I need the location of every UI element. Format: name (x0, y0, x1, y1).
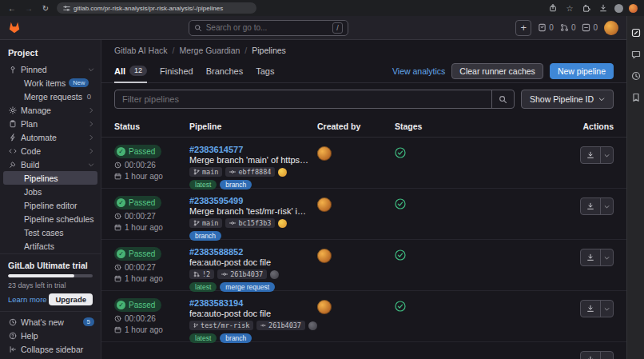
commit-author-avatar[interactable] (278, 168, 287, 177)
todos-counter[interactable]: 0 (582, 23, 598, 32)
back-icon[interactable]: ← (6, 2, 18, 14)
creator-avatar[interactable] (317, 146, 332, 161)
download-artifacts-button[interactable] (580, 351, 614, 359)
global-search-input[interactable]: Search or go to... / (189, 20, 348, 36)
sidebar-item-pipeline-schedules[interactable]: Pipeline schedules (3, 212, 97, 225)
sidebar-item-merge-requests[interactable]: Merge requests 0 (3, 90, 97, 103)
gitlab-logo-icon[interactable] (8, 22, 21, 34)
help-item[interactable]: Help (0, 329, 101, 342)
share-icon[interactable] (547, 2, 559, 14)
stage-passed-icon[interactable] (395, 249, 406, 261)
extension-avatar[interactable] (614, 4, 623, 13)
whats-new-item[interactable]: What's new 5 (0, 315, 101, 329)
sidebar-section-automate[interactable]: Automate (0, 130, 101, 144)
upgrade-button[interactable]: Upgrade (49, 293, 93, 305)
panel-compose-icon[interactable] (630, 27, 642, 38)
sidebar-item-jobs[interactable]: Jobs (3, 185, 97, 198)
view-analytics-link[interactable]: View analytics (392, 66, 445, 76)
pipeline-id-link[interactable]: #2383595499 (189, 196, 317, 205)
sidebar-item-artifacts[interactable]: Artifacts (3, 239, 97, 253)
tab-branches[interactable]: Branches (206, 59, 243, 83)
download-icon[interactable] (581, 147, 600, 163)
download-icon[interactable] (581, 352, 600, 359)
creator-avatar[interactable] (317, 197, 332, 212)
sidebar-section-manage[interactable]: Manage (0, 103, 101, 117)
commit-sha-chip[interactable]: 261b4037 (256, 321, 305, 330)
new-pipeline-button[interactable]: New pipeline (550, 63, 614, 79)
commit-sha-chip[interactable]: ebff8884 (225, 167, 275, 177)
commit-author-avatar[interactable] (308, 321, 317, 330)
chevron-down-icon[interactable] (600, 352, 613, 359)
sidebar-item-test-cases[interactable]: Test cases (3, 225, 97, 239)
branch-ref-chip[interactable]: test/mr-risk (189, 321, 253, 330)
chevron-down-icon[interactable] (600, 249, 613, 265)
commit-title-link[interactable]: fea:auto-post doc file (189, 257, 309, 267)
commit-author-avatar[interactable] (278, 219, 287, 228)
merge-requests-counter[interactable]: 0 (560, 23, 576, 32)
chevron-down-icon[interactable] (600, 301, 613, 317)
commit-author-avatar[interactable] (270, 270, 279, 279)
issues-counter[interactable]: 0 (538, 23, 554, 32)
download-artifacts-button[interactable] (580, 146, 614, 164)
panel-history-icon[interactable] (630, 70, 642, 82)
download-icon[interactable] (581, 301, 600, 317)
panel-bookmark-icon[interactable] (630, 92, 642, 103)
pipeline-id-link[interactable]: #2383614577 (189, 145, 317, 154)
stage-passed-icon[interactable] (395, 301, 406, 312)
downloads-icon[interactable] (598, 2, 609, 14)
commit-icon (221, 271, 228, 277)
chevron-down-icon[interactable] (600, 198, 613, 214)
status-badge[interactable]: ✓Passed (114, 196, 161, 209)
filter-search-button[interactable] (491, 90, 514, 108)
create-new-button[interactable]: + (515, 20, 531, 36)
breadcrumb-group[interactable]: Gitlab AI Hack (114, 46, 168, 55)
tab-tags[interactable]: Tags (256, 59, 274, 83)
status-badge[interactable]: ✓Passed (114, 145, 161, 158)
sidebar-section-build[interactable]: Build (0, 158, 101, 171)
branch-ref-chip[interactable]: main (189, 218, 222, 228)
pipeline-id-link[interactable]: #2383583194 (189, 298, 317, 308)
forward-icon[interactable]: → (23, 2, 34, 14)
address-bar[interactable]: gitlab.com/pr-risk-analysis/pr-risk-anal… (57, 2, 256, 14)
chevron-down-icon[interactable] (600, 147, 613, 163)
download-artifacts-button[interactable] (580, 249, 614, 266)
clear-runner-caches-button[interactable]: Clear runner caches (451, 63, 543, 79)
branch-ref-chip[interactable]: main (189, 167, 222, 177)
breadcrumb-project[interactable]: Merge Guardian (179, 46, 240, 55)
stage-passed-icon[interactable] (395, 147, 406, 158)
show-pipeline-id-dropdown[interactable]: Show Pipeline ID (521, 90, 614, 109)
browser-profile-avatar[interactable] (629, 4, 638, 13)
commit-title-link[interactable]: fea:auto-post doc file (189, 309, 309, 318)
commit-sha-chip[interactable]: bc15f3b3 (225, 218, 275, 228)
sidebar-section-plan[interactable]: Plan (0, 117, 101, 130)
tab-all[interactable]: All 12 (114, 59, 147, 83)
download-artifacts-button[interactable] (580, 197, 614, 215)
download-artifacts-button[interactable] (580, 300, 614, 317)
download-icon[interactable] (581, 249, 600, 265)
merge-request-ref-chip[interactable]: !2 (189, 269, 214, 279)
bookmark-star-icon[interactable]: ☆ (564, 2, 575, 14)
creator-avatar[interactable] (317, 249, 332, 263)
user-avatar[interactable] (604, 21, 618, 35)
panel-chat-icon[interactable] (630, 49, 642, 60)
commit-title-link[interactable]: Merge branch 'main' of https://gitlab... (189, 155, 309, 165)
collapse-sidebar-item[interactable]: Collapse sidebar (0, 342, 101, 356)
sidebar-item-work-items[interactable]: Work items New (3, 76, 97, 90)
sidebar-section-code[interactable]: Code (0, 144, 101, 158)
reload-icon[interactable]: ↻ (40, 2, 51, 14)
status-badge[interactable]: ✓Passed (114, 247, 161, 261)
download-icon[interactable] (581, 198, 600, 214)
filter-pipelines-input[interactable] (115, 94, 491, 104)
commit-sha-chip[interactable]: 261b4037 (217, 269, 267, 279)
sidebar-item-pipelines[interactable]: Pipelines (3, 171, 97, 185)
sidebar-item-pipeline-editor[interactable]: Pipeline editor (3, 198, 97, 212)
stage-passed-icon[interactable] (395, 198, 406, 209)
tab-finished[interactable]: Finished (160, 59, 193, 83)
sidebar-section-pinned[interactable]: Pinned (0, 62, 101, 76)
commit-title-link[interactable]: Merge branch 'test/mr-risk' into 'main' (189, 206, 309, 216)
pipeline-id-link[interactable]: #2383588852 (189, 247, 317, 257)
status-badge[interactable]: ✓Passed (114, 298, 161, 312)
creator-avatar[interactable] (317, 300, 332, 314)
learn-more-link[interactable]: Learn more (8, 295, 47, 304)
extensions-icon[interactable] (581, 2, 592, 14)
